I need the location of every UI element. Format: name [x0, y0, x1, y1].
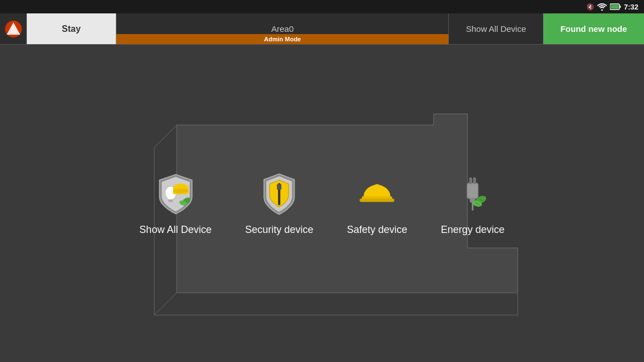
area-label: Area0	[271, 24, 293, 34]
admin-mode-label: Admin Mode	[264, 36, 301, 42]
main-content: Show All Device !	[0, 45, 644, 362]
status-icons: 🔇 7:32	[586, 3, 638, 11]
safety-icon-wrapper	[355, 172, 400, 216]
energy-device-label: Energy device	[441, 224, 505, 236]
stay-button[interactable]: Stay	[27, 13, 116, 44]
security-device-label: Security device	[245, 224, 313, 236]
svg-rect-23	[467, 183, 479, 199]
logo-icon	[4, 20, 22, 38]
svg-rect-25	[473, 178, 476, 184]
status-time: 7:32	[624, 3, 638, 11]
app-logo	[0, 13, 27, 44]
show-all-device-label: Show All Device	[139, 224, 211, 236]
safety-device-label: Safety device	[347, 224, 407, 236]
svg-rect-11	[168, 200, 173, 202]
energy-icon-wrapper	[451, 172, 495, 216]
top-bar: Stay Area0 Admin Mode Show All Device Fo…	[0, 13, 644, 45]
svg-point-14	[173, 189, 188, 193]
show-all-device-item[interactable]: Show All Device	[139, 172, 211, 236]
area-section: Area0 Admin Mode	[116, 13, 449, 44]
svg-rect-24	[470, 178, 472, 184]
svg-rect-3	[619, 6, 621, 8]
security-icon-wrapper: !	[257, 172, 301, 216]
admin-mode-bar: Admin Mode	[116, 34, 448, 44]
device-grid: Show All Device !	[139, 172, 504, 236]
found-new-node-button[interactable]: Found new node	[543, 13, 644, 44]
show-all-icon-wrapper	[153, 172, 198, 216]
show-all-device-button[interactable]: Show All Device	[449, 13, 543, 44]
safety-device-item[interactable]: Safety device	[347, 172, 407, 236]
safety-device-icon	[356, 172, 399, 216]
svg-rect-21	[362, 197, 392, 199]
energy-device-item[interactable]: Energy device	[441, 172, 505, 236]
security-device-icon: !	[257, 172, 301, 216]
wifi-icon	[597, 3, 607, 11]
svg-marker-8	[154, 293, 518, 315]
svg-rect-18	[277, 184, 281, 190]
svg-rect-22	[360, 199, 395, 202]
status-bar: 🔇 7:32	[0, 0, 644, 13]
svg-text:!: !	[277, 191, 281, 202]
security-device-item[interactable]: ! Security device	[245, 172, 313, 236]
svg-rect-2	[610, 5, 618, 9]
mute-icon: 🔇	[586, 3, 594, 11]
show-all-device-icon	[154, 172, 197, 216]
floor-plan: Show All Device !	[110, 80, 534, 326]
svg-point-0	[601, 9, 603, 11]
energy-device-icon	[451, 172, 495, 216]
battery-icon	[610, 3, 621, 10]
